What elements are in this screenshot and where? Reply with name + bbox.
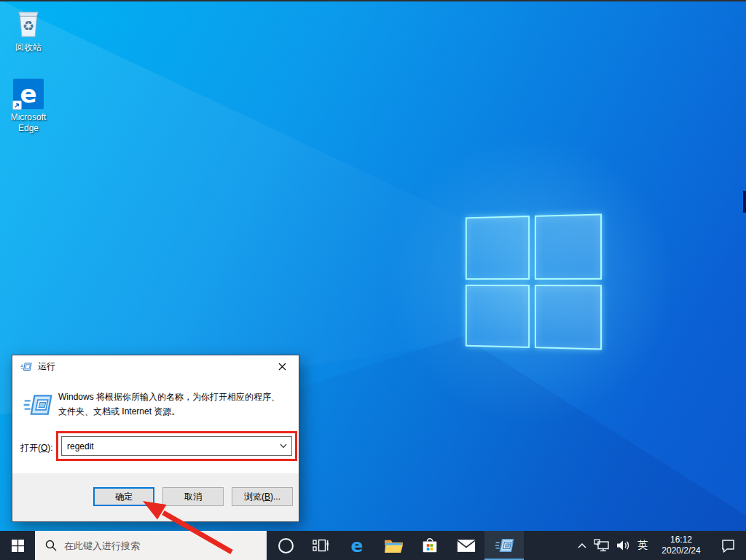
logo-pane — [534, 285, 602, 350]
dialog-description: Windows 将根据你所输入的名称，为你打开相应的程序、 文件夹、文档或 In… — [58, 390, 280, 419]
action-center-button[interactable] — [721, 539, 736, 553]
chevron-down-icon[interactable] — [275, 443, 291, 449]
logo-pane — [534, 213, 602, 279]
windows-start-icon — [12, 540, 24, 552]
recycle-bin-icon: ♻ — [2, 6, 55, 39]
task-view-icon — [312, 537, 329, 554]
taskbar-cortana-button[interactable] — [269, 531, 302, 560]
run-dialog: 运行 Windows 将根据你所输入的名称，为你打开相应的程序、 文件夹、文档或… — [12, 355, 299, 522]
start-button[interactable] — [0, 531, 35, 560]
close-icon — [278, 363, 286, 371]
run-dialog-body: Windows 将根据你所输入的名称，为你打开相应的程序、 文件夹、文档或 In… — [12, 377, 299, 475]
desktop-icon-label: Microsoft Edge — [2, 112, 55, 134]
logo-pane — [466, 284, 530, 348]
run-icon — [20, 362, 32, 371]
run-dialog-titlebar[interactable]: 运行 — [12, 355, 299, 377]
open-label: 打开(O): — [20, 442, 53, 454]
chevron-up-icon — [577, 542, 587, 549]
tray-time: 16:12 — [654, 535, 708, 545]
search-icon — [45, 540, 57, 551]
tray-volume-button[interactable] — [616, 540, 631, 551]
notification-icon — [721, 539, 736, 553]
taskbar: e — [0, 531, 746, 560]
search-input[interactable] — [64, 540, 246, 551]
desktop-screen: ♻ 回收站 e Microsoft Edge — [0, 0, 746, 560]
logo-pane — [466, 216, 530, 280]
tray-network-button[interactable] — [594, 539, 610, 552]
run-command-combobox[interactable] — [61, 436, 292, 456]
run-icon — [22, 393, 54, 417]
run-command-input[interactable] — [62, 437, 275, 455]
svg-text:e: e — [20, 81, 36, 107]
right-edge-window-sliver — [743, 191, 746, 213]
taskbar-file-explorer-button[interactable] — [377, 531, 410, 560]
desktop-icon-label: 回收站 — [2, 42, 55, 53]
tray-ime-indicator[interactable]: 英 — [637, 539, 648, 552]
taskbar-mail-button[interactable] — [449, 531, 483, 560]
desktop-icon-recycle-bin[interactable]: ♻ 回收站 — [2, 6, 55, 53]
svg-text:e: e — [351, 535, 364, 556]
taskbar-store-button[interactable] — [413, 531, 447, 560]
mail-icon — [457, 538, 476, 553]
run-dialog-footer: 确定 取消 浏览(B)... — [12, 473, 299, 521]
microsoft-store-icon — [420, 536, 439, 555]
windows-logo — [466, 213, 602, 350]
ok-button[interactable]: 确定 — [93, 487, 154, 506]
tray-date: 2020/2/24 — [654, 545, 708, 556]
taskbar-run-app-button[interactable] — [484, 531, 524, 560]
shortcut-arrow-icon — [12, 100, 22, 110]
close-button[interactable] — [265, 355, 299, 377]
system-tray: 英 16:12 2020/2/24 — [577, 531, 746, 560]
tray-clock[interactable]: 16:12 2020/2/24 — [654, 535, 708, 556]
tray-expand-button[interactable] — [577, 542, 587, 549]
edge-icon: e — [13, 79, 44, 109]
cortana-icon — [278, 538, 294, 553]
top-edge-window-sliver — [0, 0, 746, 1]
network-ethernet-icon — [594, 539, 610, 552]
svg-text:♻: ♻ — [23, 19, 34, 33]
volume-icon — [616, 540, 631, 551]
taskbar-search-box[interactable] — [35, 531, 267, 560]
taskbar-edge-button[interactable]: e — [340, 531, 374, 560]
run-icon — [495, 537, 514, 553]
dialog-title: 运行 — [38, 360, 55, 373]
taskbar-task-view-button[interactable] — [304, 531, 337, 560]
desktop-icon-microsoft-edge[interactable]: e Microsoft Edge — [2, 76, 55, 134]
browse-button[interactable]: 浏览(B)... — [232, 487, 293, 506]
edge-icon: e — [347, 535, 367, 556]
cancel-button[interactable]: 取消 — [162, 487, 224, 506]
file-explorer-icon — [384, 537, 404, 553]
